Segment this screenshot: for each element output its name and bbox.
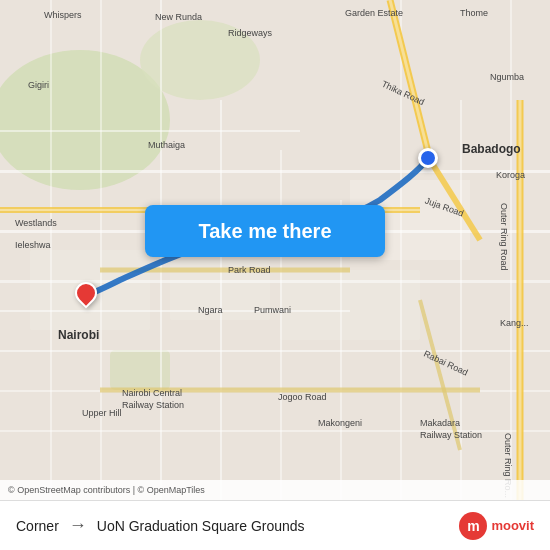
moovit-brand-text: moovit	[491, 518, 534, 533]
svg-rect-15	[0, 430, 550, 432]
moovit-icon: m	[459, 512, 487, 540]
footer-from: Corner	[16, 518, 59, 534]
svg-rect-18	[100, 0, 102, 500]
footer-to: UoN Graduation Square Grounds	[97, 518, 305, 534]
map-container: Whispers New Runda Ridgeways Garden Esta…	[0, 0, 550, 500]
svg-rect-17	[50, 0, 52, 500]
footer: Corner → UoN Graduation Square Grounds m…	[0, 500, 550, 550]
svg-rect-12	[0, 310, 350, 312]
svg-rect-16	[0, 130, 300, 132]
moovit-logo: m moovit	[459, 512, 534, 540]
svg-rect-24	[460, 100, 462, 500]
footer-arrow: →	[69, 515, 87, 536]
take-me-there-button[interactable]: Take me there	[145, 205, 385, 257]
svg-rect-25	[510, 0, 512, 500]
destination-marker	[418, 148, 438, 168]
svg-rect-20	[220, 100, 222, 500]
svg-rect-23	[400, 0, 402, 500]
map-attribution: © OpenStreetMap contributors | © OpenMap…	[0, 480, 550, 500]
svg-rect-9	[0, 170, 550, 173]
svg-rect-13	[0, 350, 550, 352]
svg-rect-21	[280, 150, 282, 500]
origin-marker	[75, 282, 97, 304]
